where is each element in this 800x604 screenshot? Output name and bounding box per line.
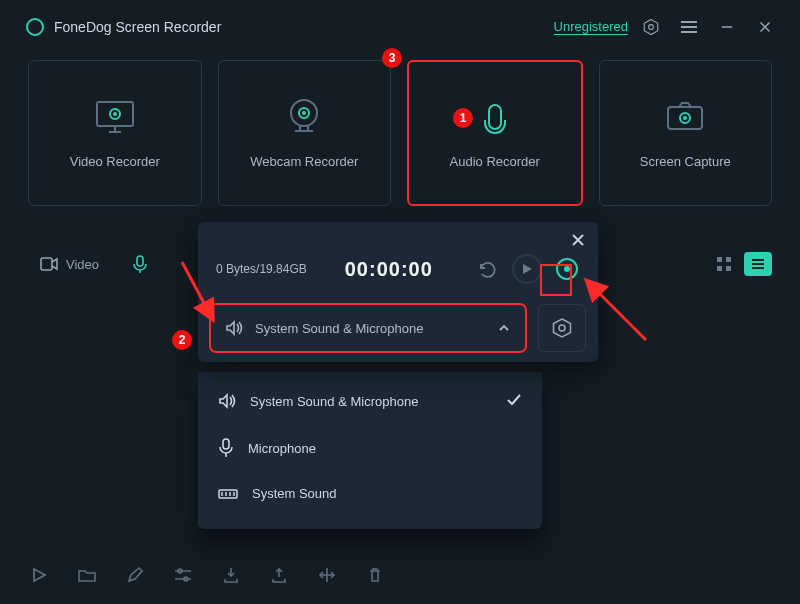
check-icon <box>506 392 522 410</box>
step-badge-1: 1 <box>453 108 473 128</box>
play-button[interactable] <box>512 254 542 284</box>
audio-settings-button[interactable] <box>538 304 586 352</box>
step-badge-2: 2 <box>172 330 192 350</box>
audio-recorder-popup: 0 Bytes/19.84GB 00:00:00 System Sound & … <box>198 222 598 362</box>
delete-button[interactable] <box>364 564 386 586</box>
recording-timer: 00:00:00 <box>345 258 433 281</box>
svg-marker-36 <box>34 569 45 581</box>
option-label: Microphone <box>248 441 316 456</box>
svg-marker-0 <box>644 20 658 35</box>
audio-source-dropdown[interactable]: System Sound & Microphone <box>210 304 526 352</box>
view-toggle <box>710 252 772 276</box>
svg-point-12 <box>302 111 306 115</box>
svg-rect-19 <box>726 257 731 262</box>
upload-tray-icon <box>271 567 287 583</box>
storage-readout: 0 Bytes/19.84GB <box>216 262 307 276</box>
minimize-button[interactable] <box>712 12 742 42</box>
sliders-icon <box>174 568 192 582</box>
option-label: System Sound <box>252 486 337 501</box>
app-logo-icon <box>26 18 44 36</box>
undo-button[interactable] <box>472 254 502 284</box>
option-label: System Sound & Microphone <box>250 394 418 409</box>
microphone-icon <box>474 98 516 136</box>
title-bar: FoneDog Screen Recorder Unregistered <box>0 0 800 54</box>
mode-label: Audio Recorder <box>450 154 540 169</box>
svg-rect-30 <box>223 439 229 449</box>
selected-source: System Sound & Microphone <box>255 321 423 336</box>
popup-status-row: 0 Bytes/19.84GB 00:00:00 <box>210 236 586 298</box>
svg-rect-20 <box>717 266 722 271</box>
svg-rect-18 <box>717 257 722 262</box>
tab-audio[interactable] <box>121 247 159 281</box>
edit-button[interactable] <box>124 564 146 586</box>
svg-rect-21 <box>726 266 731 271</box>
source-option-mic[interactable]: Microphone <box>198 424 542 472</box>
step-number: 3 <box>389 51 396 65</box>
monitor-icon <box>94 98 136 136</box>
grid-icon <box>716 256 732 272</box>
svg-point-9 <box>113 112 117 116</box>
bytes-total: 19.84GB <box>259 262 306 276</box>
svg-point-1 <box>649 25 654 30</box>
source-option-system[interactable]: System Sound <box>198 472 542 515</box>
mode-webcam-recorder[interactable]: Webcam Recorder <box>218 60 392 206</box>
step-number: 1 <box>460 111 467 125</box>
audio-source-row: System Sound & Microphone <box>210 298 586 352</box>
speaker-wave-icon <box>218 393 236 409</box>
svg-rect-16 <box>41 258 52 270</box>
microphone-icon <box>133 255 147 273</box>
record-button[interactable] <box>552 254 582 284</box>
convert-button[interactable] <box>316 564 338 586</box>
play-button[interactable] <box>28 564 50 586</box>
svg-point-29 <box>559 325 565 331</box>
audio-source-options: System Sound & Microphone Microphone Sys… <box>198 372 542 529</box>
tab-video[interactable]: Video <box>28 249 111 280</box>
download-tray-icon <box>223 567 239 583</box>
mode-label: Screen Capture <box>640 154 731 169</box>
webcam-icon <box>283 98 325 136</box>
mode-video-recorder[interactable]: Video Recorder <box>28 60 202 206</box>
mode-label: Video Recorder <box>70 154 160 169</box>
mode-screen-capture[interactable]: Screen Capture <box>599 60 773 206</box>
bottom-toolbar <box>28 564 386 586</box>
svg-marker-28 <box>554 319 571 337</box>
trash-icon <box>368 567 382 583</box>
undo-icon <box>478 260 496 278</box>
bytes-used: 0 Bytes <box>216 262 256 276</box>
tab-label: Video <box>66 257 99 272</box>
mode-label: Webcam Recorder <box>250 154 358 169</box>
list-view-button[interactable] <box>744 252 772 276</box>
app-title: FoneDog Screen Recorder <box>54 19 221 35</box>
split-icon <box>319 567 335 583</box>
step-number: 2 <box>179 333 186 347</box>
gear-hex-icon <box>552 318 572 338</box>
system-sound-icon <box>218 487 238 501</box>
play-icon <box>32 568 46 582</box>
play-icon <box>522 264 532 274</box>
adjustments-button[interactable] <box>172 564 194 586</box>
pencil-icon <box>127 567 143 583</box>
menu-icon[interactable] <box>674 12 704 42</box>
speaker-wave-icon <box>225 320 243 336</box>
grid-view-button[interactable] <box>710 252 738 276</box>
chevron-up-icon <box>497 321 511 335</box>
step-badge-3: 3 <box>382 48 402 68</box>
video-icon <box>40 257 58 271</box>
import-button[interactable] <box>220 564 242 586</box>
folder-icon <box>78 568 96 582</box>
mode-audio-recorder[interactable]: 1 Audio Recorder <box>407 60 583 206</box>
close-button[interactable] <box>750 12 780 42</box>
unregistered-link[interactable]: Unregistered <box>554 19 628 35</box>
svg-point-15 <box>683 116 687 120</box>
popup-close-button[interactable] <box>568 230 588 250</box>
svg-marker-27 <box>523 264 532 274</box>
list-icon <box>750 257 766 271</box>
folder-button[interactable] <box>76 564 98 586</box>
microphone-icon <box>218 438 234 458</box>
export-button[interactable] <box>268 564 290 586</box>
svg-rect-17 <box>137 256 143 266</box>
mode-card-row: Video Recorder Webcam Recorder 1 Audio R… <box>0 54 800 206</box>
close-icon <box>571 233 585 247</box>
settings-hex-icon[interactable] <box>636 12 666 42</box>
source-option-both[interactable]: System Sound & Microphone <box>198 378 542 424</box>
